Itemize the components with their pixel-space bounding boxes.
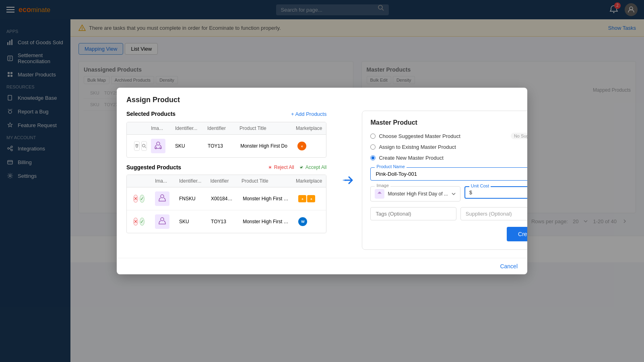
option3-label: Create New Master Product	[379, 155, 443, 161]
svg-line-25	[160, 147, 161, 149]
suggested-marketplace-1: a a	[294, 193, 326, 204]
walmart-badge: W	[298, 217, 307, 226]
doll-icon-3	[157, 217, 167, 226]
suggested-table-header: Ima... Identifier... Identifier Product …	[127, 175, 326, 187]
option2-label: Assign to Existng Master Product	[379, 144, 456, 150]
modal-footer: Cancel	[117, 258, 527, 274]
product-name-label: Product Name	[375, 164, 406, 169]
image-cost-row: Image Monster High First Day of ...	[370, 186, 527, 202]
selected-identifier: TOY13	[204, 142, 236, 150]
suggested-identifier-type-2: SKU	[175, 217, 207, 226]
svg-point-23	[157, 142, 160, 145]
row-action-btns	[131, 141, 143, 151]
product-name-field: Product Name	[370, 167, 527, 181]
modal-right-panel: Master Product Choose Suggested Master P…	[362, 111, 527, 250]
option3-radio[interactable]: Create New Master Product	[370, 155, 527, 161]
suggested-identifier-type-1: FNSKU	[175, 194, 207, 203]
col-actions	[127, 122, 147, 134]
col-image-selected: Ima...	[147, 122, 171, 134]
col-identifier-suggested: Identifier	[206, 175, 238, 187]
option3-input[interactable]	[370, 155, 376, 160]
option1-radio[interactable]: Choose Suggested Master Product No Sugge…	[370, 133, 527, 139]
col-title-suggested: Product Title	[237, 175, 292, 187]
suggested-thumbnail-1	[155, 191, 169, 206]
col-identifier-selected: Identifier	[203, 122, 235, 134]
image-preview	[375, 189, 384, 199]
modal-overlay[interactable]: Assign Product Selected Products + Add P…	[0, 0, 644, 362]
image-field-label: Image	[375, 183, 390, 188]
unit-cost-label: Unit Cost	[469, 183, 491, 188]
etsy-badge: e	[297, 142, 306, 150]
modal-header: Assign Product	[117, 88, 527, 111]
selected-product-image	[147, 137, 171, 155]
option2-radio[interactable]: Assign to Existng Master Product	[370, 144, 527, 150]
amazon-ca-badge: a	[307, 195, 315, 202]
suggested-row-2: ✕ ✓ SKU TOY13 Monster Hig	[127, 210, 326, 233]
tags-field	[370, 207, 456, 220]
check-icon	[299, 165, 304, 170]
reject-all-button[interactable]: Reject All	[268, 165, 294, 170]
svg-line-24	[156, 147, 157, 149]
suggested-actions: Reject All Accept All	[268, 165, 327, 170]
svg-line-22	[145, 147, 146, 148]
image-value: Monster High First Day of ...	[388, 191, 448, 197]
selected-products-table-header: Ima... Identifier... Identifier Product …	[127, 122, 326, 135]
image-field: Image Monster High First Day of ...	[370, 186, 460, 202]
option1-input[interactable]	[370, 134, 376, 139]
create-btn-container: Create	[370, 227, 527, 241]
unit-cost-field: Unit Cost $	[464, 186, 527, 202]
delete-row-btn[interactable]	[134, 141, 140, 151]
master-product-title: Master Product	[370, 119, 527, 126]
suggested-title-1: Monster High First Day o	[239, 194, 294, 203]
x-icon	[268, 165, 272, 170]
product-name-input[interactable]	[376, 171, 527, 177]
modal-arrow	[336, 111, 362, 250]
accept-row-1-btn[interactable]: ✓	[140, 195, 144, 203]
suggested-products-table: Ima... Identifier... Identifier Product …	[126, 175, 326, 233]
suggested-products-header: Suggested Products Reject All Accept All	[126, 164, 326, 171]
doll-icon	[153, 141, 163, 151]
suggested-title-2: Monster High First Day o	[239, 217, 294, 226]
trash-icon	[134, 144, 139, 148]
search-row-icon	[142, 144, 147, 148]
amazon-badge: a	[298, 195, 306, 202]
col-identifier-type-selected: Identifier...	[171, 122, 203, 134]
accept-all-button[interactable]: Accept All	[299, 165, 327, 170]
currency-symbol: $	[469, 189, 472, 195]
col-identifier-type-suggested: Identifier...	[175, 175, 206, 187]
unit-cost-input[interactable]	[474, 189, 527, 195]
option2-input[interactable]	[370, 144, 376, 150]
suggested-products-title: Suggested Products	[126, 164, 181, 171]
svg-point-28	[161, 195, 164, 198]
tags-input[interactable]	[370, 207, 456, 220]
col-marketplace-selected: Marketplace	[292, 122, 326, 134]
col-image-suggested: Ima...	[151, 175, 175, 187]
col-row-btns	[127, 175, 151, 187]
assign-product-modal: Assign Product Selected Products + Add P…	[117, 88, 527, 274]
suggested-identifier-2: TOY13	[207, 217, 239, 226]
doll-icon-2	[157, 194, 167, 204]
modal-body: Selected Products + Add Products Ima... …	[117, 111, 527, 258]
suggested-identifier-1: X001841257	[207, 194, 239, 203]
accept-row-2-btn[interactable]: ✓	[140, 218, 144, 226]
modal-title: Assign Product	[126, 96, 518, 104]
create-master-product-button[interactable]: Create	[507, 227, 527, 241]
suggested-row-1-image	[151, 190, 175, 208]
svg-point-21	[142, 144, 145, 147]
cancel-button[interactable]: Cancel	[500, 263, 518, 269]
suggested-thumbnail-2	[155, 214, 169, 229]
suppliers-dropdown[interactable]: Suppliers (Optional)	[460, 207, 527, 220]
reject-row-2-btn[interactable]: ✕	[133, 218, 138, 226]
tags-suppliers-row: Suppliers (Optional)	[370, 207, 527, 220]
search-row-btn[interactable]	[141, 141, 147, 151]
selected-identifier-type: SKU	[171, 142, 204, 150]
modal-left-panel: Selected Products + Add Products Ima... …	[126, 111, 336, 250]
selected-products-header: Selected Products + Add Products	[126, 111, 326, 117]
forward-arrow-icon	[343, 174, 355, 187]
image-dropdown[interactable]: Monster High First Day of ...	[375, 189, 456, 199]
selected-marketplace: e	[293, 140, 326, 152]
add-products-button[interactable]: + Add Products	[291, 111, 327, 117]
reject-row-1-btn[interactable]: ✕	[133, 195, 138, 203]
image-dropdown-arrow	[451, 191, 456, 196]
suggested-row-2-image	[151, 213, 175, 230]
